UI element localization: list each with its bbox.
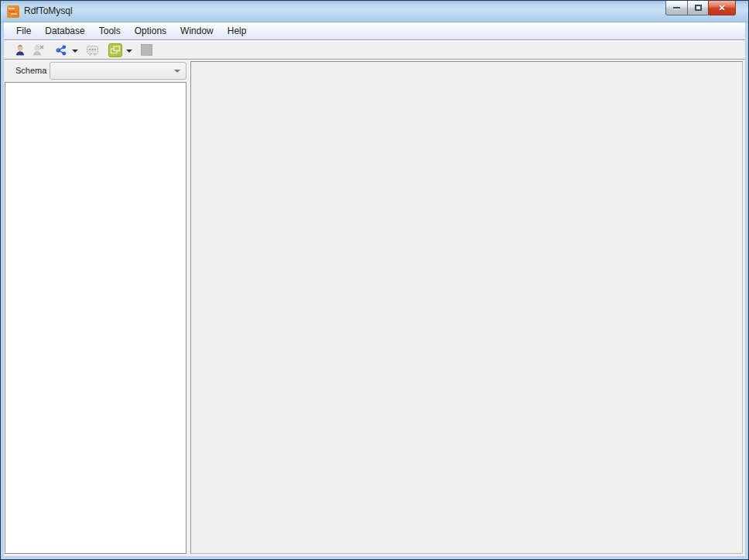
menu-database[interactable]: Database [38, 23, 91, 39]
menu-file[interactable]: File [9, 23, 38, 39]
app-icon [7, 5, 19, 18]
schema-combobox[interactable] [50, 62, 186, 80]
chevron-down-icon[interactable] [126, 50, 132, 53]
menu-help[interactable]: Help [221, 23, 254, 39]
square-icon [141, 44, 152, 56]
chevron-down-icon [174, 70, 180, 73]
toolbar-button-share[interactable] [53, 42, 69, 58]
workspace: Schema [4, 60, 745, 556]
window-title: RdfToMysql [24, 5, 73, 18]
schema-tree[interactable] [5, 82, 186, 554]
close-button[interactable]: ✕ [708, 1, 736, 15]
maximize-button[interactable] [687, 1, 709, 15]
menubar: File Database Tools Options Window Help [4, 22, 745, 40]
schema-label: Schema [15, 66, 46, 75]
menu-options[interactable]: Options [128, 23, 173, 39]
menu-tools[interactable]: Tools [92, 23, 128, 39]
close-icon: ✕ [718, 4, 725, 12]
minimize-icon [673, 7, 680, 9]
toolbar-button-copy-window[interactable] [107, 42, 123, 58]
window-controls: ✕ [666, 1, 736, 15]
client-area: File Database Tools Options Window Help [4, 22, 745, 556]
toolbar-button-user-disconnect [30, 42, 46, 58]
maximize-icon [695, 5, 702, 11]
main-panel [190, 61, 743, 554]
toolbar-button-table [84, 42, 101, 58]
table-icon [86, 44, 99, 56]
toolbar [4, 40, 745, 60]
app-window: RdfToMysql ✕ File Database Tools Options… [0, 0, 749, 560]
titlebar[interactable]: RdfToMysql ✕ [1, 1, 748, 22]
user-icon [14, 44, 26, 56]
share-nodes-icon [55, 44, 67, 56]
menu-window[interactable]: Window [173, 23, 221, 39]
minimize-button[interactable] [665, 1, 688, 15]
toolbar-button-user[interactable] [12, 42, 28, 58]
copy-window-icon [108, 43, 122, 57]
toolbar-button-square [139, 42, 155, 58]
schema-row: Schema [4, 60, 190, 81]
user-disconnect-icon [32, 44, 45, 56]
chevron-down-icon[interactable] [72, 50, 78, 53]
